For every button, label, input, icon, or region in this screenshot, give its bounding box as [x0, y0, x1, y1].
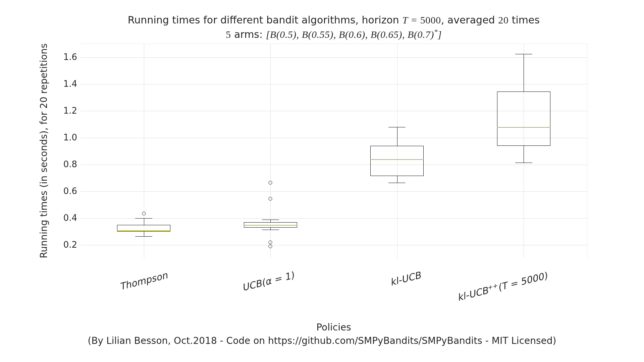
median-line — [370, 159, 424, 160]
title-math-5: 5 — [226, 29, 231, 40]
outlier-point — [142, 212, 146, 216]
whisker — [397, 176, 397, 183]
plot-area — [80, 44, 587, 258]
whisker — [144, 232, 144, 236]
whisker-cap — [515, 163, 532, 163]
outlier-point — [269, 197, 272, 201]
title-math-T: T = 5000 — [402, 14, 441, 25]
outlier-point — [269, 181, 272, 185]
figure: Running times for different bandit algor… — [0, 0, 644, 362]
title-line-1: Running times for different bandit algor… — [128, 14, 540, 26]
y-tick-label: 0.6 — [57, 186, 77, 196]
x-tick-label: Thompson — [118, 269, 169, 292]
gridline-h — [80, 57, 587, 58]
y-axis-label: Running times (in seconds), for 20 repet… — [38, 44, 49, 258]
whisker — [270, 220, 271, 222]
whisker — [144, 218, 144, 225]
x-tick-label: kl-UCB — [389, 269, 422, 288]
whisker-cap — [515, 54, 532, 54]
whisker — [524, 54, 524, 92]
whisker — [397, 127, 397, 146]
title-text: times — [508, 14, 540, 26]
y-tick-label: 0.8 — [57, 159, 77, 169]
y-tick-label: 1.6 — [57, 52, 77, 62]
gridline-h — [80, 218, 587, 219]
median-line — [244, 225, 297, 226]
whisker — [524, 146, 524, 163]
x-tick-label: UCB(α = 1) — [241, 269, 295, 293]
figure-caption: (By Lilian Besson, Oct.2018 - Code on ht… — [0, 335, 644, 346]
title-text: Running times for different bandit algor… — [128, 14, 402, 26]
outlier-point — [269, 245, 272, 248]
chart-title: Running times for different bandit algor… — [80, 13, 587, 41]
title-math-reps: 20 — [498, 14, 508, 25]
box — [370, 146, 424, 176]
y-tick-label: 1.4 — [57, 79, 77, 89]
title-line-2: 5 arms: [B(0.5), B(0.55), B(0.6), B(0.65… — [226, 28, 442, 40]
median-line — [117, 230, 170, 231]
whisker-cap — [135, 218, 152, 219]
y-tick-label: 1.0 — [57, 132, 77, 142]
whisker-cap — [262, 220, 279, 220]
y-tick-label: 1.2 — [57, 106, 77, 116]
gridline-h — [80, 84, 587, 84]
title-text: arms: — [231, 28, 266, 40]
y-tick-label: 0.4 — [57, 213, 77, 223]
title-text: , averaged — [441, 14, 498, 26]
outlier-point — [269, 241, 272, 244]
box — [497, 92, 550, 146]
whisker-cap — [388, 127, 406, 127]
whisker-cap — [262, 230, 279, 230]
title-math-arms: [B(0.5), B(0.55), B(0.6), B(0.65), B(0.7… — [266, 29, 442, 40]
whisker-cap — [135, 236, 152, 237]
y-tick-label: 0.2 — [57, 240, 77, 250]
x-axis-label: Policies — [80, 322, 587, 333]
median-line — [497, 127, 550, 128]
x-tick-label: kl-UCB++(T = 5000) — [456, 270, 548, 303]
gridline-h — [80, 191, 587, 192]
whisker-cap — [388, 183, 406, 183]
gridline-h — [80, 245, 587, 245]
gridline-h — [80, 165, 587, 165]
